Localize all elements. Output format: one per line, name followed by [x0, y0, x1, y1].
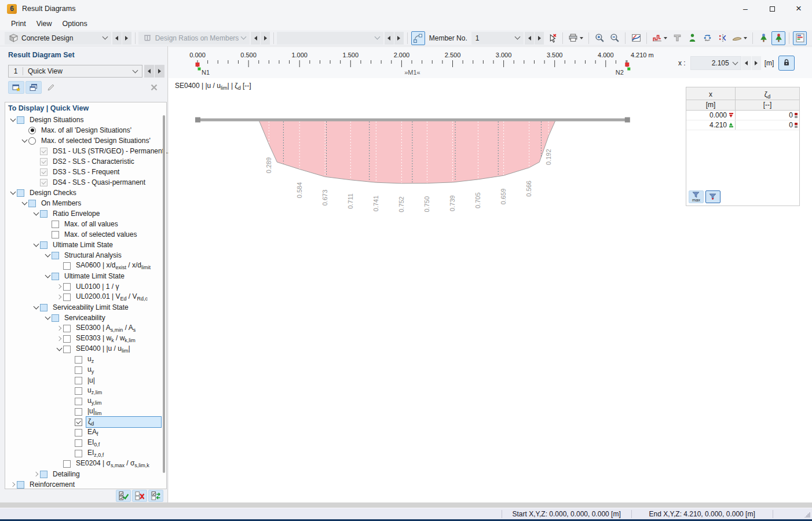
checkbox[interactable] [75, 356, 82, 364]
tree-item[interactable]: uz,lim [5, 386, 162, 396]
checkbox[interactable] [17, 481, 24, 489]
tree-item[interactable]: |u| [5, 375, 162, 386]
expander-closed-icon[interactable] [55, 337, 63, 340]
checkbox[interactable] [40, 148, 47, 155]
transparency-button[interactable] [670, 31, 684, 45]
expander-open-icon[interactable] [9, 192, 17, 194]
tree-item[interactable]: Ultimate Limit State [5, 240, 162, 250]
result-type-combobox[interactable]: Design Ratios on Members [138, 32, 250, 45]
full-model-view-button[interactable] [756, 31, 770, 45]
delete-set-button[interactable] [146, 81, 162, 94]
tree-item[interactable]: DS3 - SLS - Frequent [5, 167, 162, 177]
expander-closed-icon[interactable] [55, 285, 63, 288]
tree-item[interactable]: Max. of all 'Design Situations' [5, 125, 162, 135]
empty-next-button[interactable] [394, 32, 404, 45]
deselect-button[interactable] [545, 31, 559, 45]
expander-open-icon[interactable] [20, 202, 28, 204]
empty-prev-button[interactable] [385, 32, 394, 45]
expander-open-icon[interactable] [43, 275, 52, 277]
expander-open-icon[interactable] [9, 119, 17, 121]
tree-item[interactable]: Ratio Envelope [5, 208, 162, 219]
filter-user-button[interactable] [705, 190, 720, 203]
checkbox[interactable] [40, 179, 47, 186]
tree-item[interactable]: DS4 - SLS - Quasi-permanent [5, 177, 162, 188]
tree-item[interactable]: Design Checks [5, 188, 162, 198]
module-combobox[interactable]: Concrete Design [5, 32, 111, 45]
checkbox[interactable] [63, 460, 71, 468]
move-diagram-button[interactable] [629, 31, 643, 45]
table-row[interactable]: 0.0000 [686, 111, 799, 120]
member-prev-button[interactable] [525, 32, 534, 45]
tree-item[interactable]: Design Situations [5, 115, 162, 125]
rename-set-button[interactable] [43, 81, 59, 94]
checkbox[interactable] [63, 325, 71, 332]
checkbox[interactable] [63, 346, 71, 353]
expander-open-icon[interactable] [43, 254, 52, 256]
print-button[interactable] [566, 31, 585, 45]
user-view-button[interactable] [685, 31, 699, 45]
smoothing-button[interactable] [730, 31, 749, 45]
tree-item[interactable]: SE0204 | σs,max / σs,lim,k [5, 458, 162, 469]
tree-item[interactable]: SE0303 | wk / wk,lim [5, 333, 162, 344]
zoom-out-button[interactable] [608, 31, 621, 45]
tree-item[interactable]: Detailing [5, 469, 162, 479]
checkbox[interactable] [40, 241, 47, 249]
checkbox[interactable] [40, 304, 47, 311]
result-type-prev-button[interactable] [251, 32, 260, 45]
set-next-button[interactable] [155, 65, 164, 78]
tree-item[interactable]: Max. of selected 'Design Situations' [5, 135, 162, 146]
rotate-view-button[interactable] [700, 31, 714, 45]
x-position-input[interactable]: 2.105 [690, 56, 741, 70]
checkbox[interactable] [40, 158, 47, 166]
tree-item[interactable]: EIz,0,f [5, 448, 162, 458]
lock-x-button[interactable] [778, 56, 795, 71]
tree-item[interactable]: uz [5, 354, 162, 365]
checkbox[interactable] [75, 429, 82, 436]
tree-item[interactable]: SE0400 | |u / ulim| [5, 344, 162, 354]
module-prev-button[interactable] [112, 32, 122, 45]
copy-set-button[interactable] [25, 81, 42, 94]
expander-closed-icon[interactable] [55, 326, 63, 330]
menu-options[interactable]: Options [57, 19, 93, 29]
expander-open-icon[interactable] [32, 306, 40, 309]
checkbox[interactable] [52, 221, 59, 228]
maximize-button[interactable] [759, 0, 785, 17]
radio-button[interactable] [28, 137, 36, 145]
tree-item[interactable]: DS1 - ULS (STR/GEO) - Permanent ... [5, 146, 162, 156]
x-next-button[interactable] [752, 56, 761, 70]
checkbox[interactable] [75, 377, 82, 384]
tree-item[interactable]: DS2 - SLS - Characteristic [5, 156, 162, 167]
checkbox[interactable] [75, 450, 82, 457]
tree-item[interactable]: UL0100 | 1 / γ [5, 281, 162, 292]
radio-button[interactable] [28, 127, 36, 134]
member-no-combobox[interactable]: 1 [471, 32, 524, 45]
module-next-button[interactable] [122, 32, 131, 45]
invert-selection-button[interactable] [148, 490, 163, 502]
expander-closed-icon[interactable] [55, 295, 63, 299]
tree-item[interactable]: uy,lim [5, 396, 162, 406]
control-panel-button[interactable] [793, 31, 807, 45]
checkbox[interactable] [52, 231, 59, 239]
tree-item[interactable]: |u|lim [5, 406, 162, 417]
zoom-in-button[interactable] [592, 31, 606, 45]
checkbox[interactable] [40, 168, 47, 176]
close-button[interactable]: × [785, 0, 812, 17]
tree-item[interactable]: Ultimate Limit State [5, 271, 162, 281]
x-prev-button[interactable] [742, 56, 751, 70]
resize-grip[interactable] [804, 512, 810, 518]
tree-item[interactable]: EAf [5, 427, 162, 438]
expander-closed-icon[interactable] [32, 472, 40, 476]
tree-item[interactable]: UL0200.01 | VEd / VRd,c [5, 292, 162, 302]
checkbox[interactable] [63, 283, 71, 291]
result-type-next-button[interactable] [261, 32, 270, 45]
expander-open-icon[interactable] [20, 140, 28, 142]
checkbox[interactable] [75, 419, 82, 426]
tree-item[interactable]: Max. of selected values [5, 229, 162, 240]
checkbox[interactable] [63, 262, 71, 270]
empty-combobox[interactable] [277, 32, 383, 45]
checkbox[interactable] [52, 314, 59, 322]
expander-open-icon[interactable] [32, 244, 40, 246]
menu-print[interactable]: Print [6, 19, 31, 29]
set-prev-button[interactable] [144, 65, 154, 78]
checkbox[interactable] [75, 398, 82, 405]
